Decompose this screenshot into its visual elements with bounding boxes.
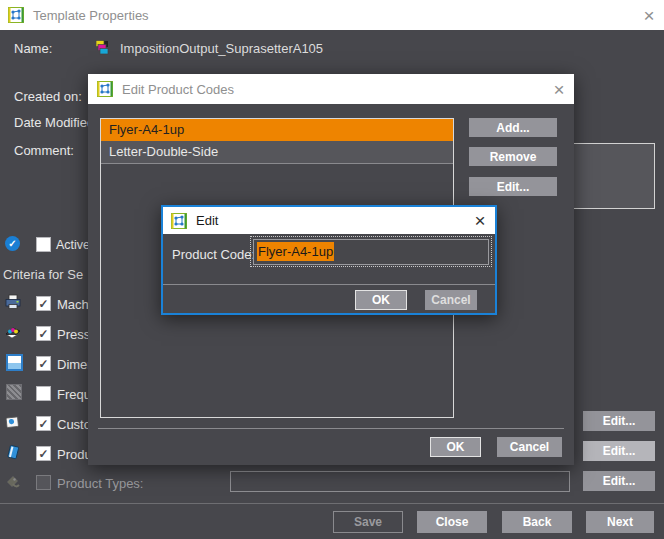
add-button[interactable]: Add... [469, 118, 557, 137]
customer-checkbox[interactable] [36, 416, 51, 431]
epc-titlebar: Edit Product Codes × [88, 74, 574, 104]
back-button[interactable]: Back [502, 511, 572, 533]
frequency-icon [6, 384, 22, 400]
epc-ok-button[interactable]: OK [430, 437, 481, 457]
customer-label: Custo [57, 417, 91, 432]
close-icon[interactable]: × [634, 6, 664, 25]
name-value: ImpositionOutput_SuprasetterA105 [120, 41, 323, 56]
active-label: Active [56, 238, 90, 252]
edit-product-codes-button[interactable]: Edit... [583, 441, 655, 461]
edit-dialog-title: Edit [196, 213, 218, 228]
frequency-checkbox[interactable] [36, 386, 51, 401]
edit-titlebar: Edit × [163, 207, 495, 234]
product-code-field-focus-ring: Flyer-A4-1up [250, 236, 492, 267]
product-icon [5, 444, 21, 460]
date-modified-label: Date Modified: [14, 115, 98, 130]
save-button[interactable]: Save [333, 511, 403, 533]
product-types-input[interactable] [230, 471, 570, 492]
active-checkbox[interactable] [36, 237, 51, 252]
main-titlebar: Template Properties × [0, 0, 664, 30]
close-button[interactable]: Close [417, 511, 487, 533]
template-app-icon [8, 7, 24, 23]
epc-cancel-button[interactable]: Cancel [497, 437, 562, 457]
product-code-label: Product Code: [172, 247, 255, 262]
footer-divider [0, 503, 664, 504]
edit-dialog: Edit × Product Code: Flyer-A4-1up OK Can… [161, 205, 497, 315]
customer-icon [5, 414, 21, 430]
edit-button[interactable]: Edit... [469, 177, 557, 196]
name-label: Name: [14, 41, 52, 56]
edit-divider [163, 284, 495, 285]
list-item-selected[interactable]: Flyer-A4-1up [101, 119, 453, 141]
created-on-label: Created on: [14, 89, 82, 104]
edit-ok-button[interactable]: OK [355, 290, 407, 310]
criteria-heading: Criteria for Se [3, 267, 83, 282]
edit-cancel-button[interactable]: Cancel [425, 290, 477, 310]
press-checkbox[interactable] [36, 326, 51, 341]
dimension-checkbox[interactable] [36, 356, 51, 371]
product-types-checkbox[interactable] [36, 475, 51, 490]
template-properties-window: Template Properties × Name: ImpositionOu… [0, 0, 664, 539]
edit-close-icon[interactable]: × [465, 211, 495, 230]
machine-icon [5, 294, 21, 310]
remove-button[interactable]: Remove [469, 147, 557, 166]
window-title: Template Properties [33, 8, 149, 23]
selected-text: Flyer-A4-1up [257, 242, 334, 261]
next-button[interactable]: Next [586, 511, 654, 533]
dimension-icon [6, 354, 22, 370]
edit-product-types-button[interactable]: Edit... [583, 471, 655, 491]
epc-divider [98, 428, 564, 429]
edit-customers-button[interactable]: Edit... [583, 411, 655, 431]
product-code-input[interactable]: Flyer-A4-1up [253, 239, 489, 265]
template-app-icon [97, 81, 113, 97]
product-types-icon [5, 474, 21, 490]
press-icon [5, 324, 21, 340]
product-codes-label: Produ [57, 447, 92, 462]
product-codes-checkbox[interactable] [36, 446, 51, 461]
machine-label: Machi [57, 297, 92, 312]
epc-dialog-title: Edit Product Codes [122, 82, 234, 97]
active-status-icon: ✓ [5, 236, 20, 251]
epc-close-icon[interactable]: × [544, 80, 574, 99]
comment-label: Comment: [14, 143, 74, 158]
machine-checkbox[interactable] [36, 296, 51, 311]
list-item[interactable]: Letter-Double-Side [101, 141, 453, 164]
template-app-icon [171, 213, 187, 229]
product-types-label: Product Types: [57, 476, 143, 491]
cmyk-separations-icon [94, 39, 110, 55]
